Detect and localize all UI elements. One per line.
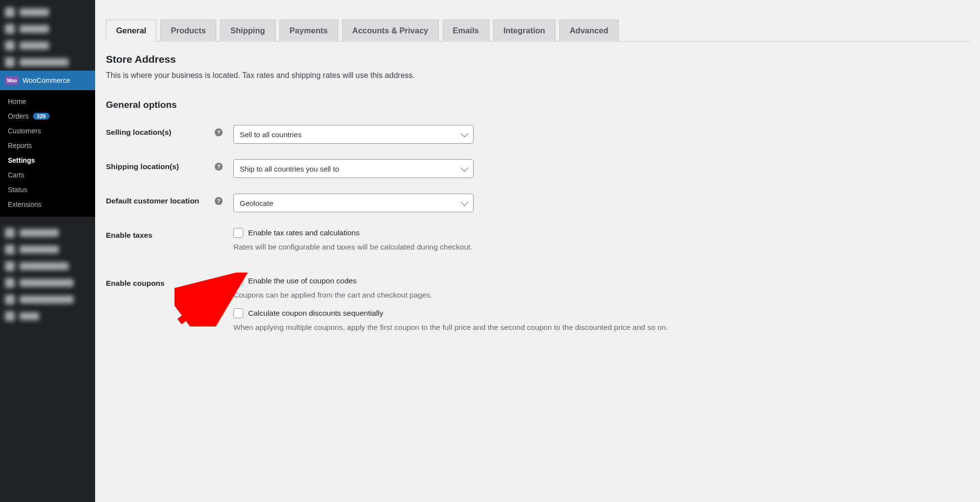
sidebar-sub-reports[interactable]: Reports (0, 138, 95, 153)
sidebar-sub-extensions[interactable]: Extensions (0, 197, 95, 212)
general-options-title: General options (106, 100, 969, 110)
settings-tabs: General Products Shipping Payments Accou… (106, 20, 969, 42)
sidebar-sub-orders[interactable]: Orders 329 (0, 109, 95, 124)
row-enable-taxes: Enable taxes Enable tax rates and calcul… (106, 228, 969, 260)
label-selling-locations: Selling location(s) ? (106, 125, 233, 137)
select-default-customer-location[interactable]: Geolocate (233, 194, 474, 212)
checkbox-enable-taxes[interactable] (233, 228, 243, 238)
tab-payments[interactable]: Payments (279, 20, 338, 42)
sidebar-submenu: Home Orders 329 Customers Reports Settin… (0, 90, 95, 217)
select-selling-locations[interactable]: Sell to all countries (233, 125, 474, 144)
tab-integration[interactable]: Integration (493, 20, 555, 42)
label-enable-coupons: Enable coupons (106, 276, 233, 288)
sidebar-sub-settings[interactable]: Settings (0, 153, 95, 168)
checkbox-sequential-discounts-label: Calculate coupon discounts sequentially (248, 309, 383, 318)
checkbox-enable-coupon-codes-label: Enable the use of coupon codes (248, 276, 356, 285)
row-selling-locations: Selling location(s) ? Sell to all countr… (106, 125, 969, 144)
select-shipping-locations[interactable]: Ship to all countries you sell to (233, 159, 474, 178)
row-enable-coupons: Enable coupons Enable the use of coupon … (106, 276, 969, 341)
sidebar-obscured-top (0, 0, 95, 71)
sidebar-sub-status[interactable]: Status (0, 182, 95, 197)
tab-emails[interactable]: Emails (443, 20, 489, 42)
label-shipping-locations: Shipping location(s) ? (106, 159, 233, 171)
help-icon[interactable]: ? (215, 163, 223, 171)
sidebar-sub-customers[interactable]: Customers (0, 124, 95, 138)
sidebar-sub-home[interactable]: Home (0, 94, 95, 109)
label-default-customer-location: Default customer location ? (106, 194, 233, 205)
sequential-discounts-help: When applying multiple coupons, apply th… (233, 323, 969, 332)
sidebar-item-label: WooCommerce (23, 76, 70, 84)
help-icon[interactable]: ? (215, 197, 223, 205)
tab-shipping[interactable]: Shipping (220, 20, 276, 42)
sidebar-sub-carts[interactable]: Carts (0, 168, 95, 182)
tab-advanced[interactable]: Advanced (559, 20, 619, 42)
row-default-customer-location: Default customer location ? Geolocate (106, 194, 969, 212)
main-content: General Products Shipping Payments Accou… (95, 0, 980, 502)
enable-coupons-help: Coupons can be applied from the cart and… (233, 291, 969, 300)
checkbox-sequential-discounts[interactable] (233, 308, 243, 318)
sidebar-obscured-bottom (0, 217, 95, 502)
sidebar-item-woocommerce[interactable]: Woo WooCommerce (0, 71, 95, 90)
tab-general[interactable]: General (106, 20, 156, 42)
admin-sidebar: Woo WooCommerce Home Orders 329 Customer… (0, 0, 95, 502)
checkbox-enable-taxes-label: Enable tax rates and calculations (248, 228, 359, 237)
orders-count-badge: 329 (33, 113, 50, 120)
store-address-desc: This is where your business is located. … (106, 71, 969, 80)
enable-taxes-help: Rates will be configurable and taxes wil… (233, 243, 969, 251)
label-enable-taxes: Enable taxes (106, 228, 233, 240)
tab-accounts-privacy[interactable]: Accounts & Privacy (342, 20, 439, 42)
help-icon[interactable]: ? (215, 128, 223, 136)
tab-products[interactable]: Products (160, 20, 216, 42)
row-shipping-locations: Shipping location(s) ? Ship to all count… (106, 159, 969, 178)
woo-icon: Woo (5, 76, 19, 85)
store-address-title: Store Address (106, 53, 969, 65)
checkbox-enable-coupon-codes[interactable] (233, 276, 243, 286)
